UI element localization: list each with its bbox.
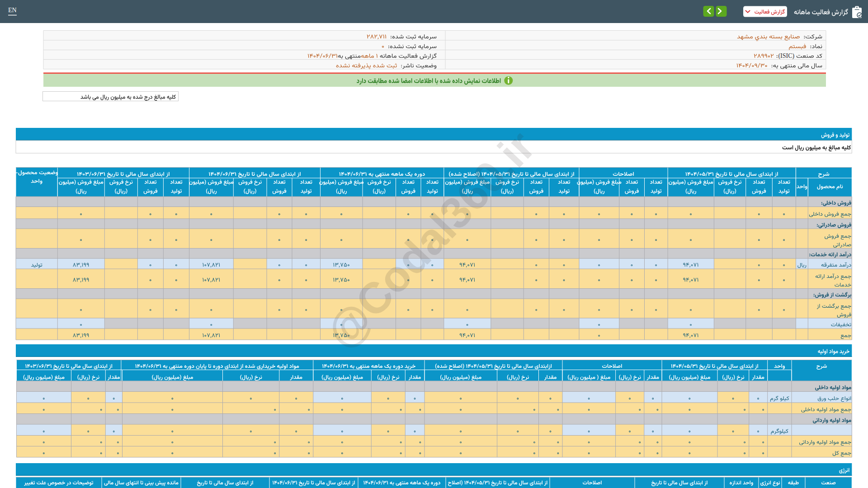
svg-text:(ISIC): (ISIC)	[778, 52, 794, 60]
svg-text:EN: EN	[8, 7, 17, 14]
